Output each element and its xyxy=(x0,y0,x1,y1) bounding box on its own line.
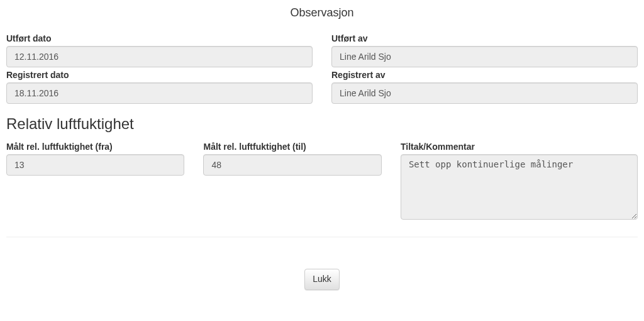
performed-by-input xyxy=(331,46,638,67)
humidity-row: Målt rel. luftfuktighet (fra) Målt rel. … xyxy=(6,142,638,222)
performed-date-label: Utført dato xyxy=(6,33,313,43)
registered-date-label: Registrert dato xyxy=(6,70,313,80)
registered-by-input xyxy=(331,82,638,104)
humidity-from-group: Målt rel. luftfuktighet (fra) xyxy=(6,142,184,176)
footer-actions: Lukk xyxy=(6,269,638,290)
comment-label: Tiltak/Kommentar xyxy=(401,142,638,152)
registered-date-group: Registrert dato xyxy=(6,70,313,104)
performed-by-group: Utført av xyxy=(331,33,638,67)
registered-date-input xyxy=(6,82,313,104)
divider xyxy=(6,237,638,237)
section-title: Relativ luftfuktighet xyxy=(6,115,638,133)
humidity-from-label: Målt rel. luftfuktighet (fra) xyxy=(6,142,184,152)
registered-by-group: Registrert av xyxy=(331,70,638,104)
observation-panel: Observasjon Utført dato Utført av Regist… xyxy=(6,6,638,290)
registered-by-label: Registrert av xyxy=(331,70,638,80)
comment-textarea xyxy=(401,154,638,220)
page-title: Observasjon xyxy=(6,6,638,20)
humidity-from-input xyxy=(6,154,184,176)
header-row-1: Utført dato Utført av xyxy=(6,33,638,67)
humidity-to-input xyxy=(203,154,381,176)
comment-group: Tiltak/Kommentar xyxy=(401,142,638,222)
humidity-to-group: Målt rel. luftfuktighet (til) xyxy=(203,142,381,176)
performed-date-input xyxy=(6,46,313,67)
performed-by-label: Utført av xyxy=(331,33,638,43)
performed-date-group: Utført dato xyxy=(6,33,313,67)
humidity-to-label: Målt rel. luftfuktighet (til) xyxy=(203,142,381,152)
close-button[interactable]: Lukk xyxy=(304,269,340,290)
header-row-2: Registrert dato Registrert av xyxy=(6,70,638,104)
